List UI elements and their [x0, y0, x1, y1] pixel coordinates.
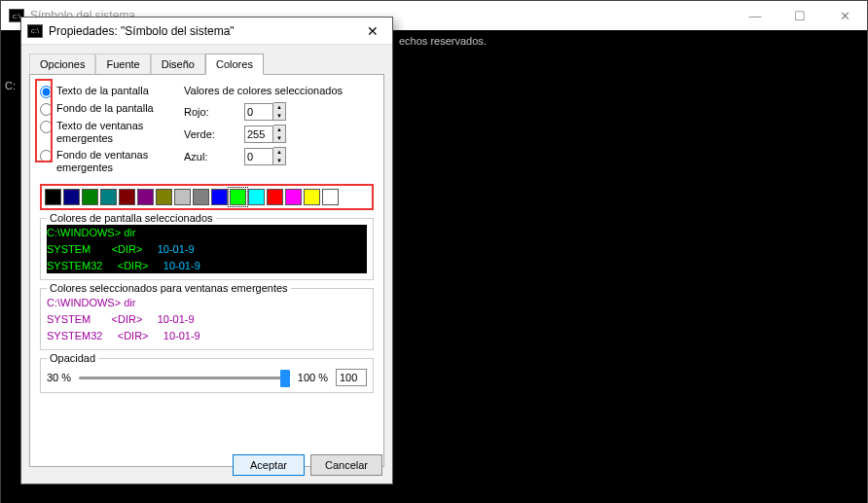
popup-preview-title: Colores seleccionados para ventanas emer…	[47, 282, 291, 294]
red-label: Rojo:	[184, 106, 244, 118]
radio-popup-text-input[interactable]	[40, 121, 53, 133]
properties-dialog: c:\ Propiedades: "Símbolo del sistema" ✕…	[20, 17, 393, 485]
tab-body: Texto de la pantalla Fondo de la pantall…	[29, 74, 384, 467]
maximize-button[interactable]: ☐	[778, 1, 822, 30]
blue-label: Azul:	[184, 151, 244, 162]
radio-screen-bg[interactable]: Fondo de la pantalla	[40, 102, 184, 116]
color-swatches	[40, 184, 374, 210]
dialog-title: Propiedades: "Símbolo del sistema"	[49, 24, 353, 38]
tab-options[interactable]: Opciones	[29, 54, 95, 75]
swatch-12[interactable]	[267, 189, 283, 205]
console-prompt: C:	[5, 78, 16, 93]
radio-screen-bg-input[interactable]	[40, 103, 53, 116]
radio-popup-bg-input[interactable]	[40, 150, 53, 162]
swatch-10[interactable]	[230, 189, 246, 205]
green-up[interactable]: ▲	[273, 126, 285, 134]
console-text: echos reservados.	[399, 33, 487, 49]
green-down[interactable]: ▼	[273, 134, 285, 143]
swatch-8[interactable]	[193, 189, 209, 205]
close-icon[interactable]: ✕	[353, 18, 392, 44]
opacity-title: Opacidad	[47, 352, 98, 364]
swatch-3[interactable]	[100, 189, 117, 205]
blue-input[interactable]	[244, 148, 273, 165]
swatch-7[interactable]	[174, 189, 191, 205]
swatch-4[interactable]	[119, 189, 135, 205]
slider-thumb[interactable]	[280, 370, 290, 387]
red-up[interactable]: ▲	[273, 103, 285, 112]
swatch-13[interactable]	[285, 189, 302, 205]
radio-screen-text-input[interactable]	[40, 86, 53, 98]
opacity-group: Opacidad 30 % 100 %	[40, 358, 374, 393]
red-down[interactable]: ▼	[273, 112, 285, 121]
cancel-button[interactable]: Cancelar	[310, 454, 382, 476]
ok-button[interactable]: Aceptar	[233, 454, 305, 476]
swatch-15[interactable]	[322, 189, 339, 205]
radio-popup-bg[interactable]: Fondo de ventanas emergentes	[40, 149, 184, 174]
popup-preview: C:\WINDOWS> dir SYSTEM <DIR> 10-01-9 SYS…	[47, 295, 367, 343]
swatch-2[interactable]	[82, 189, 98, 205]
swatch-6[interactable]	[156, 189, 172, 205]
color-target-radios: Texto de la pantalla Fondo de la pantall…	[40, 85, 184, 178]
screen-preview: C:\WINDOWS> dir SYSTEM <DIR> 10-01-9 SYS…	[47, 225, 367, 273]
tab-font[interactable]: Fuente	[95, 54, 150, 75]
screen-preview-title: Colores de pantalla seleccionados	[47, 212, 216, 224]
swatch-1[interactable]	[63, 189, 80, 205]
popup-preview-group: Colores seleccionados para ventanas emer…	[40, 288, 374, 350]
red-input[interactable]	[244, 103, 273, 121]
green-label: Verde:	[184, 128, 244, 140]
screen-preview-group: Colores de pantalla seleccionados C:\WIN…	[40, 218, 374, 280]
blue-down[interactable]: ▼	[273, 157, 285, 165]
green-input[interactable]	[244, 126, 273, 143]
dialog-titlebar: c:\ Propiedades: "Símbolo del sistema" ✕	[21, 18, 392, 45]
blue-up[interactable]: ▲	[273, 148, 285, 157]
color-values: Valores de colores seleccionados Rojo: ▲…	[184, 85, 374, 178]
tab-strip: Opciones Fuente Diseño Colores	[21, 45, 392, 74]
values-title: Valores de colores seleccionados	[184, 85, 374, 96]
swatch-11[interactable]	[248, 189, 265, 205]
minimize-button[interactable]: —	[733, 1, 778, 30]
opacity-value[interactable]	[336, 369, 367, 386]
cmd-icon: c:\	[27, 24, 43, 38]
opacity-slider[interactable]	[79, 369, 290, 386]
opacity-min: 30 %	[47, 372, 71, 383]
opacity-max: 100 %	[298, 372, 328, 383]
radio-screen-text[interactable]: Texto de la pantalla	[40, 85, 184, 98]
swatch-14[interactable]	[304, 189, 320, 205]
swatch-9[interactable]	[211, 189, 228, 205]
radio-popup-text[interactable]: Texto de ventanas emergentes	[40, 120, 184, 145]
swatch-5[interactable]	[137, 189, 154, 205]
close-button[interactable]: ✕	[822, 1, 867, 30]
swatch-0[interactable]	[45, 189, 61, 205]
tab-colors[interactable]: Colores	[205, 54, 264, 75]
tab-layout[interactable]: Diseño	[151, 54, 205, 75]
